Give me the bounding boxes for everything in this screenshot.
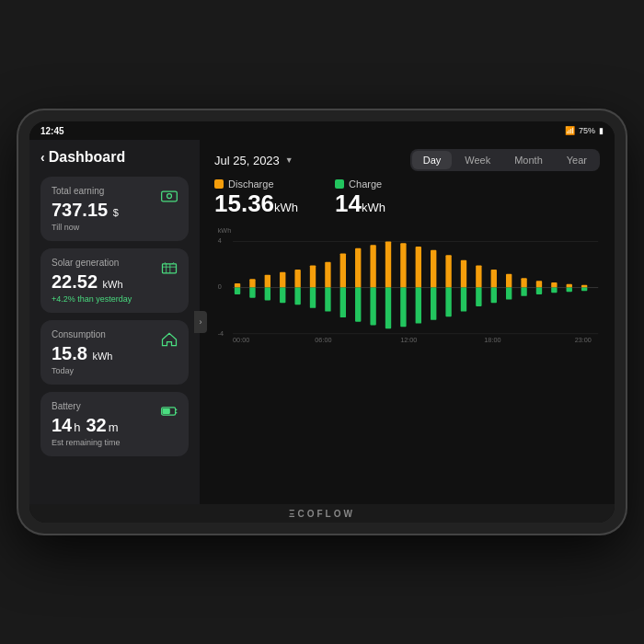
selected-date: Jul 25, 2023	[214, 154, 280, 167]
svg-rect-30	[310, 288, 316, 308]
svg-rect-65	[581, 285, 587, 288]
svg-rect-39	[385, 241, 391, 287]
stats-row: Discharge 15.36kWh Charge 14kWh	[214, 178, 600, 215]
wifi-icon: 📶	[565, 126, 575, 135]
tab-year[interactable]: Year	[556, 151, 598, 169]
svg-rect-24	[265, 288, 270, 301]
bar-chart: kWh 4 0 -4	[214, 223, 600, 342]
svg-rect-52	[476, 288, 481, 306]
card-total-earning: Total earning 737.15 $ Till now	[40, 177, 189, 241]
svg-rect-38	[370, 288, 375, 326]
svg-rect-50	[461, 288, 466, 312]
svg-rect-33	[340, 253, 346, 287]
solar-icon	[159, 258, 179, 278]
discharge-header: Discharge	[214, 178, 298, 190]
svg-rect-2	[163, 264, 177, 273]
main-layout: ‹ Dashboard Total earning 737.15 $ Till …	[29, 140, 615, 504]
svg-rect-22	[249, 288, 255, 298]
svg-rect-55	[506, 274, 512, 288]
svg-rect-28	[294, 288, 300, 305]
svg-rect-9	[163, 408, 170, 414]
card-battery: Battery 14 h 32 m	[40, 392, 189, 456]
status-time: 12:45	[40, 126, 64, 136]
svg-rect-46	[431, 288, 436, 320]
charge-dot	[335, 179, 344, 189]
svg-rect-20	[235, 288, 240, 294]
svg-rect-37	[370, 245, 375, 287]
svg-rect-31	[325, 262, 330, 288]
svg-rect-53	[491, 270, 497, 287]
sidebar-collapse-arrow[interactable]: ›	[194, 311, 207, 333]
svg-rect-45	[431, 250, 436, 288]
svg-text:23:00: 23:00	[575, 336, 592, 342]
svg-rect-48	[445, 288, 451, 317]
charge-value: 14kWh	[335, 191, 385, 215]
svg-rect-61	[551, 282, 557, 288]
home-icon	[159, 329, 179, 350]
svg-rect-25	[280, 272, 285, 288]
brand-name: ΞCOFLOW	[289, 509, 355, 519]
card-consumption-sub: Today	[52, 366, 178, 375]
svg-rect-58	[521, 288, 526, 296]
svg-rect-36	[355, 288, 361, 322]
svg-rect-64	[567, 288, 572, 293]
svg-rect-56	[506, 288, 512, 300]
card-solar-sub: +4.2% than yesterday	[52, 294, 178, 304]
svg-rect-60	[536, 288, 542, 294]
svg-rect-19	[235, 283, 240, 288]
status-bar: 12:45 📶 75% ▮	[29, 121, 615, 140]
svg-rect-32	[325, 288, 330, 312]
svg-rect-51	[476, 265, 481, 287]
tab-month[interactable]: Month	[503, 151, 554, 169]
svg-rect-40	[385, 288, 391, 329]
svg-rect-23	[265, 275, 270, 288]
svg-text:18:00: 18:00	[484, 336, 500, 342]
tab-day[interactable]: Day	[412, 151, 453, 169]
svg-rect-26	[280, 288, 285, 304]
sidebar: ‹ Dashboard Total earning 737.15 $ Till …	[29, 140, 200, 504]
svg-text:00:00: 00:00	[233, 336, 249, 342]
nav-dashboard-label: Dashboard	[49, 149, 126, 166]
svg-rect-42	[400, 288, 406, 328]
svg-rect-43	[416, 247, 421, 288]
date-dropdown-arrow: ▼	[285, 155, 293, 165]
time-tabs: Day Week Month Year	[410, 149, 600, 171]
back-nav[interactable]: ‹ Dashboard	[40, 149, 189, 166]
card-battery-sub: Est remaining time	[52, 438, 178, 447]
status-right: 📶 75% ▮	[565, 126, 604, 135]
svg-text:-4: -4	[218, 329, 224, 338]
svg-rect-35	[355, 248, 361, 288]
battery-percent: 75%	[579, 126, 595, 135]
back-arrow-icon: ‹	[40, 150, 45, 165]
main-panel: Jul 25, 2023 ▼ Day Week Month Year	[200, 140, 615, 504]
battery-icon-status: ▮	[599, 126, 604, 135]
svg-text:12:00: 12:00	[400, 336, 417, 342]
svg-rect-27	[294, 270, 300, 287]
svg-text:06:00: 06:00	[315, 336, 331, 342]
brand-bar: ΞCOFLOW	[29, 504, 615, 523]
stat-charge: Charge 14kWh	[335, 178, 385, 215]
svg-rect-66	[581, 288, 587, 292]
svg-rect-41	[400, 243, 406, 287]
money-icon	[159, 186, 179, 206]
svg-rect-49	[461, 260, 466, 288]
svg-point-1	[167, 194, 172, 199]
discharge-dot	[214, 179, 224, 189]
svg-rect-44	[416, 288, 421, 324]
svg-rect-54	[491, 288, 497, 304]
tab-week[interactable]: Week	[454, 151, 501, 169]
svg-rect-34	[340, 288, 346, 318]
chart-area: kWh 4 0 -4	[214, 223, 600, 495]
svg-rect-47	[445, 255, 451, 287]
charge-label: Charge	[349, 178, 382, 190]
battery-card-icon	[159, 401, 179, 421]
discharge-value: 15.36kWh	[214, 191, 298, 215]
svg-rect-0	[162, 191, 178, 201]
charge-header: Charge	[335, 178, 385, 190]
date-selector[interactable]: Jul 25, 2023 ▼	[214, 154, 293, 167]
card-earning-sub: Till now	[52, 223, 178, 232]
svg-rect-21	[249, 279, 255, 287]
svg-rect-59	[536, 281, 542, 287]
tablet-screen: 12:45 📶 75% ▮ ‹ Dashboard Total earning	[29, 121, 615, 523]
svg-text:0: 0	[218, 282, 222, 291]
